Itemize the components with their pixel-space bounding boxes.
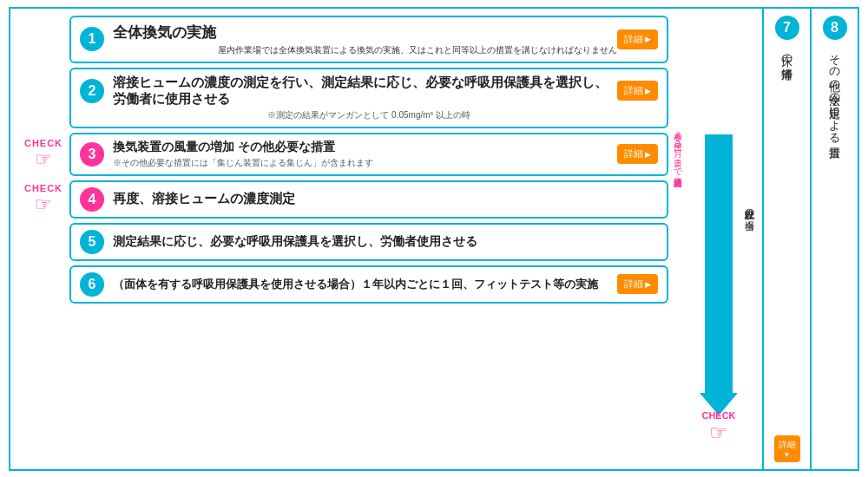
side-box-8: 8 その他の法令の規定による措置 (810, 9, 858, 469)
step-6-detail-btn[interactable]: 詳細 (617, 274, 658, 294)
check-bottom-area: CHECK ☞ (701, 410, 735, 445)
side-7-number: 7 (775, 16, 799, 40)
step-2-row: 2 溶接ヒュームの濃度の測定を行い、測定結果に応じ、必要な呼吸用保護具を選択し、… (17, 68, 668, 128)
right-section: 7 床の清掃等 詳細 8 その他の法令の規定による措置 (762, 9, 858, 469)
side-8-number: 8 (823, 16, 847, 40)
step-3-row: CHECK ☞ 3 換気装置の風量の増加 その他必要な措置 ※その他必要な措置に… (17, 133, 668, 176)
step-1-box: 1 全体換気の実施 屋内作業場では全体換気装置による換気の実施、又はこれと同等以… (69, 16, 668, 63)
step-5-number: 5 (80, 230, 104, 254)
step-6-title: （面体を有する呼吸用保護具を使用させる場合）１年以内ごとに１回、フィットテスト等… (113, 276, 617, 293)
step-6-content: （面体を有する呼吸用保護具を使用させる場合）１年以内ごとに１回、フィットテスト等… (113, 276, 617, 293)
step-6-box: 6 （面体を有する呼吸用保護具を使用させる場合）１年以内ごとに１回、フィットテス… (69, 265, 668, 304)
step-6-row: 6 （面体を有する呼吸用保護具を使用させる場合）１年以内ごとに１回、フィットテス… (17, 265, 668, 304)
step-5-box: 5 測定結果に応じ、必要な呼吸用保護具を選択し、労働者使用させる (69, 223, 668, 261)
left-section: 1 全体換気の実施 屋内作業場では全体換気装置による換気の実施、又はこれと同等以… (10, 9, 675, 469)
side-7-detail-btn[interactable]: 詳細 (774, 435, 800, 462)
step-1-row: 1 全体換気の実施 屋内作業場では全体換気装置による換気の実施、又はこれと同等以… (17, 16, 668, 63)
check-bottom-hand-icon: ☞ (709, 421, 728, 445)
step-3-number: 3 (80, 142, 104, 167)
step-3-sub: ※その他必要な措置には「集じん装置による集じん」が含まれます (113, 157, 617, 169)
step-2-title: 溶接ヒュームの濃度の測定を行い、測定結果に応じ、必要な呼吸用保護具を選択し、労働… (113, 75, 617, 108)
step-5-row: 5 測定結果に応じ、必要な呼吸用保護具を選択し、労働者使用させる (17, 223, 668, 261)
step-1-detail-btn[interactable]: 詳細 (617, 29, 658, 49)
check-4-label: CHECK (24, 183, 62, 193)
step-6-number: 6 (80, 272, 104, 297)
step-4-row: CHECK ☞ 4 再度、溶接ヒュームの濃度測定 (17, 180, 668, 219)
check-3-label: CHECK (24, 138, 62, 148)
check-3-hand-icon: ☞ (35, 148, 52, 171)
step-2-header: 2 溶接ヒュームの濃度の測定を行い、測定結果に応じ、必要な呼吸用保護具を選択し、… (80, 75, 658, 108)
check-4-hand-icon: ☞ (35, 193, 52, 216)
step-1-content: 全体換気の実施 屋内作業場では全体換気装置による換気の実施、又はこれと同等以上の… (113, 23, 617, 56)
check-4-area: CHECK ☞ (17, 183, 69, 216)
step-3-content: 換気装置の風量の増加 その他必要な措置 ※その他必要な措置には「集じん装置による… (113, 140, 617, 169)
check-bottom-label: CHECK (701, 410, 735, 421)
check-3-area: CHECK ☞ (17, 138, 69, 171)
step-4-number: 4 (80, 187, 104, 212)
arrow-side-label: 左記以外の場合 (743, 202, 758, 213)
step-2-content: 溶接ヒュームの濃度の測定を行い、測定結果に応じ、必要な呼吸用保護具を選択し、労働… (113, 75, 617, 108)
step-2-number: 2 (80, 79, 104, 103)
side-7-text: 床の清掃等 (779, 47, 796, 428)
step-2-box: 2 溶接ヒュームの濃度の測定を行い、測定結果に応じ、必要な呼吸用保護具を選択し、… (69, 68, 668, 128)
step-5-title: 測定結果に応じ、必要な呼吸用保護具を選択し、労働者使用させる (113, 234, 658, 250)
step-1-number: 1 (80, 27, 104, 51)
step-2-detail-btn[interactable]: 詳細 (617, 81, 658, 101)
step-1-title: 全体換気の実施 (113, 23, 617, 42)
step-3-detail-btn[interactable]: 詳細 (617, 144, 658, 164)
step-2-sub: ※測定の結果がマンガンとして 0.05mg/m³ 以上の時 (80, 109, 658, 121)
side-box-7: 7 床の清掃等 詳細 (762, 9, 810, 469)
step-3-box: 3 換気装置の風量の増加 その他必要な措置 ※その他必要な措置には「集じん装置に… (69, 133, 668, 176)
step-3-title: 換気装置の風量の増加 その他必要な措置 (113, 140, 617, 155)
side-8-text: その他の法令の規定による措置 (826, 47, 844, 462)
main-container: 1 全体換気の実施 屋内作業場では全体換気装置による換気の実施、又はこれと同等以… (9, 7, 859, 471)
step-5-content: 測定結果に応じ、必要な呼吸用保護具を選択し、労働者使用させる (113, 234, 658, 250)
date-text: 令和４年３月31日まで経過措置終了 (672, 126, 683, 172)
middle-section: 令和４年３月31日まで経過措置終了 左記以外の場合 CHECK ☞ (675, 9, 762, 469)
step-1-sub: 屋内作業場では全体換気装置による換気の実施、又はこれと同等以上の措置を講じなけれ… (113, 44, 617, 56)
step-4-title: 再度、溶接ヒュームの濃度測定 (113, 191, 658, 207)
step-4-content: 再度、溶接ヒュームの濃度測定 (113, 191, 658, 207)
step-4-box: 4 再度、溶接ヒュームの濃度測定 (69, 180, 668, 219)
big-arrow (705, 134, 733, 395)
